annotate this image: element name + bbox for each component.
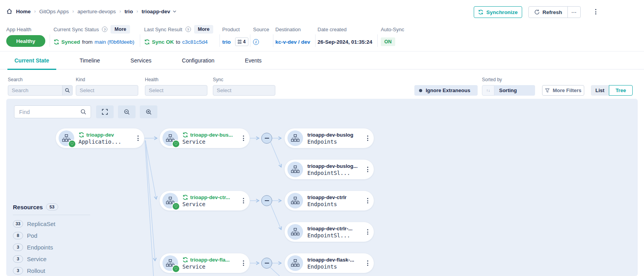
tab-events[interactable]: Events — [238, 51, 269, 69]
last-sync-commit-link[interactable]: c3c81c5d4 — [182, 39, 208, 45]
resource-kind-label: Rollout — [27, 267, 45, 274]
node-kind: Endpoints — [307, 201, 364, 207]
breadcrumb-project[interactable]: aperture-devops — [77, 9, 116, 14]
refresh-button[interactable]: Refresh ⋯ — [528, 6, 581, 18]
node-menu-button[interactable] — [367, 135, 368, 141]
synchronize-button[interactable]: Synchronize — [474, 6, 522, 18]
resource-kind-item[interactable]: 3Service — [13, 253, 97, 265]
breadcrumb-app-group[interactable]: trio — [125, 9, 133, 14]
view-toggle: List Tree — [591, 85, 633, 96]
divider — [315, 34, 316, 47]
kubernetes-resource-icon — [287, 162, 303, 177]
sync-select[interactable]: Select — [213, 85, 275, 96]
chevron-down-icon[interactable] — [173, 10, 177, 13]
tree-node-l1[interactable]: trioapp-dev-buslogEndpoints — [284, 128, 374, 148]
resource-kind-item[interactable]: 3Rollout — [13, 265, 97, 276]
kind-select[interactable]: Select — [76, 85, 138, 96]
resources-total-badge: 53 — [46, 203, 58, 210]
collapse-node-button[interactable] — [261, 133, 272, 144]
sync-icon — [182, 194, 188, 200]
fullscreen-button[interactable] — [96, 105, 114, 118]
node-menu-button[interactable] — [367, 229, 368, 235]
tree-node-root[interactable]: ♡trioapp-devApplicatio... — [55, 128, 144, 148]
search-input[interactable]: Search — [8, 85, 73, 96]
help-icon[interactable]: ? — [186, 27, 191, 32]
more-filters-button[interactable]: More Filters — [542, 85, 584, 96]
tab-current-state[interactable]: Current State — [7, 51, 56, 69]
sync-icon — [78, 132, 84, 138]
healthy-heart-badge: ♡ — [172, 265, 180, 273]
product-link[interactable]: trio — [222, 39, 231, 45]
view-list-button[interactable]: List — [591, 85, 609, 96]
node-menu-button[interactable] — [243, 135, 244, 141]
node-name: trioapp-dev-ctrlr-... — [307, 226, 353, 231]
node-menu-button[interactable] — [367, 260, 368, 266]
node-name: trioapp-dev-ctr... — [190, 194, 230, 200]
healthy-heart-badge: ♡ — [172, 202, 180, 210]
tree-node-l2[interactable]: trioapp-dev-buslog...EndpointSl... — [284, 159, 374, 180]
breadcrumb-separator: › — [72, 9, 74, 14]
app-health-status-badge: Healthy — [6, 35, 45, 47]
page-menu-button[interactable] — [595, 9, 596, 14]
current-sync-status-label: Current Sync Status — [54, 27, 99, 32]
kubernetes-resource-icon — [287, 130, 303, 146]
zoom-out-button[interactable] — [118, 105, 136, 118]
destination-link[interactable]: kc-v-dev / dev — [275, 39, 310, 45]
breadcrumb-home[interactable]: Home — [16, 9, 31, 14]
collapse-node-button[interactable] — [261, 195, 272, 206]
sort-direction-icon[interactable]: ↑↓ — [482, 85, 494, 96]
sorting-control[interactable]: ↑↓ Sorting — [482, 85, 535, 96]
tree-node-s3[interactable]: ♡trioapp-dev-fla...Service — [159, 253, 250, 273]
view-tree-button[interactable]: Tree — [609, 85, 633, 96]
refresh-more-button[interactable]: ⋯ — [567, 7, 580, 18]
tree-node-l4[interactable]: trioapp-dev-ctrlr-...EndpointSl... — [284, 222, 374, 242]
sorting-select[interactable]: Sorting — [494, 85, 535, 96]
tree-node-s1[interactable]: ♡trioapp-dev-bus...Service — [159, 128, 250, 148]
sync-status-more-button[interactable]: More — [111, 25, 130, 34]
divider — [13, 215, 90, 215]
node-kind: Applicatio... — [78, 139, 134, 145]
last-sync-more-button[interactable]: More — [194, 25, 214, 34]
find-input[interactable]: Find — [14, 105, 91, 118]
resource-count-badge: 3 — [13, 255, 23, 263]
resource-kind-item[interactable]: 8Pod — [13, 230, 97, 241]
help-icon[interactable]: ? — [102, 27, 107, 32]
health-select[interactable]: Select — [145, 85, 207, 96]
resource-count-badge: 33 — [13, 220, 23, 228]
resource-kind-label: Endpoints — [27, 244, 53, 251]
product-env-chip[interactable]: 4 — [235, 37, 248, 46]
status-col-date-created: Date created 26-Sep-2024, 01:35:24 — [318, 24, 372, 48]
tree-node-s2[interactable]: ♡trioapp-dev-ctr...Service — [159, 191, 250, 211]
tree-node-l5[interactable]: trioapp-dev-flask-...Endpoints — [284, 253, 374, 273]
search-icon — [80, 109, 91, 115]
sync-commit-link[interactable]: main (f0b6fdeeb) — [95, 39, 134, 45]
resource-tree-canvas[interactable]: Find Resources 53 33ReplicaSet8Pod3Endpo… — [6, 99, 638, 276]
tab-services[interactable]: Services — [123, 51, 159, 69]
node-menu-button[interactable] — [243, 260, 244, 266]
kubernetes-resource-icon: ♡ — [59, 130, 74, 146]
resources-panel: Resources 53 33ReplicaSet8Pod3Endpoints3… — [13, 203, 97, 276]
ignore-extraneous-toggle[interactable]: Ignore Extraneous — [414, 85, 478, 96]
node-kind: Endpoints — [307, 264, 364, 270]
node-menu-button[interactable] — [367, 167, 368, 172]
node-menu-button[interactable] — [137, 135, 139, 141]
home-icon[interactable] — [6, 8, 12, 14]
resource-kind-item[interactable]: 3Endpoints — [13, 241, 97, 253]
node-menu-button[interactable] — [367, 198, 368, 203]
node-name: trioapp-dev-buslog... — [307, 163, 358, 169]
divider — [250, 34, 250, 47]
breadcrumb-gitops-apps[interactable]: GitOps Apps — [39, 9, 69, 14]
node-menu-button[interactable] — [243, 198, 244, 203]
node-kind: EndpointSl... — [307, 170, 364, 176]
divider — [219, 34, 220, 47]
tree-node-l3[interactable]: trioapp-dev-ctrlrEndpoints — [284, 191, 374, 211]
info-icon[interactable]: i — [253, 39, 259, 45]
collapse-node-button[interactable] — [261, 258, 272, 269]
tab-configuration[interactable]: Configuration — [175, 51, 221, 69]
search-icon[interactable] — [62, 85, 72, 95]
resource-kind-item[interactable]: 33ReplicaSet — [13, 218, 97, 230]
breadcrumb-app[interactable]: trioapp-dev — [141, 9, 170, 14]
search-filter-label: Search — [8, 77, 23, 82]
zoom-in-button[interactable] — [140, 105, 157, 118]
tab-timeline[interactable]: Timeline — [73, 51, 107, 69]
